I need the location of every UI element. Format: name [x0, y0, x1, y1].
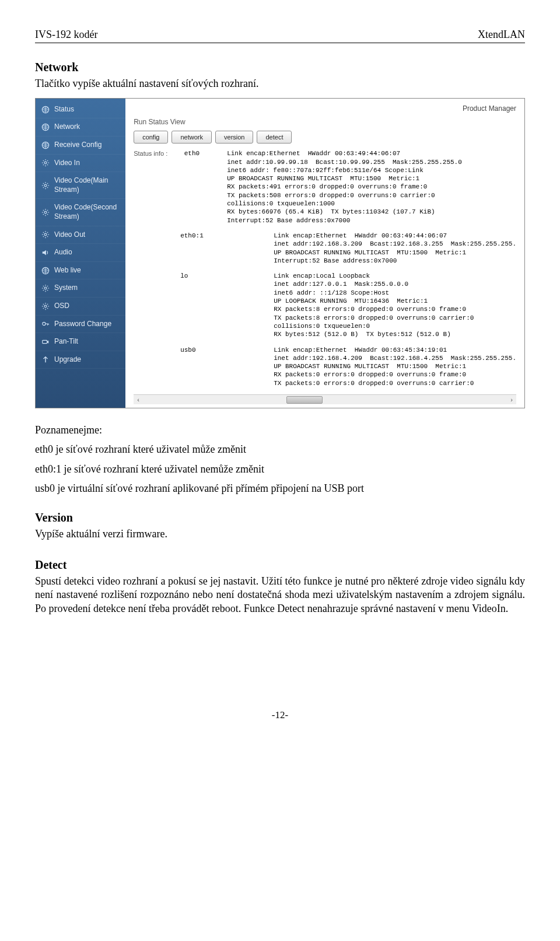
iface-line: UP BROADCAST RUNNING MULTICAST MTU:1500 … — [274, 362, 516, 370]
iface-line: inet addr:192.168.3.209 Bcast:192.168.3.… — [274, 240, 516, 248]
iface-line: collisions:0 txqueuelen:1000 — [227, 200, 516, 208]
gear-icon — [41, 181, 50, 190]
iface-line: inet6 addr: ::1/128 Scope:Host — [274, 289, 516, 297]
sidebar-item-label: Web live — [54, 266, 81, 275]
page-number: -12- — [35, 709, 525, 722]
iface-name: eth0:1 — [134, 232, 274, 265]
section-title-network: Network — [35, 60, 525, 75]
iface-body: Link encap:Ethernet HWaddr 00:63:49:44:0… — [274, 232, 516, 265]
sidebar-item-label: Password Change — [54, 320, 111, 329]
sidebar-item-web-live[interactable]: Web live — [36, 262, 125, 280]
status-info-label: Status info : — [134, 149, 180, 225]
iface-line: inet addr:192.168.4.209 Bcast:192.168.4.… — [274, 354, 516, 362]
version-body: Vypíše aktuální verzi firmware. — [35, 527, 525, 541]
sidebar-item-label: Network — [54, 123, 80, 132]
sidebar-item-upgrade[interactable]: Upgrade — [36, 351, 125, 369]
svg-point-4 — [44, 184, 47, 187]
iface-line: Link encap:Local Loopback — [274, 272, 516, 280]
horizontal-scrollbar[interactable]: ‹ › — [134, 394, 516, 404]
sidebar-item-label: OSD — [54, 302, 69, 311]
sidebar-item-label: Audio — [54, 248, 72, 257]
sidebar-item-password-change[interactable]: Password Change — [36, 316, 125, 334]
section-title-detect: Detect — [35, 557, 525, 572]
iface-line: UP BROADCAST RUNNING MULTICAST MTU:1500 … — [227, 174, 516, 183]
iface-name: usb0 — [134, 346, 274, 387]
main-panel: Product Manager Run Status View config n… — [125, 99, 524, 408]
iface-line: collisions:0 txqueuelen:0 — [274, 322, 516, 330]
scroll-right-icon[interactable]: › — [507, 395, 516, 404]
iface-line: Interrupt:52 Base address:0x7000 — [227, 216, 516, 225]
tab-network[interactable]: network — [172, 131, 212, 144]
speaker-icon — [41, 249, 50, 257]
globe-icon — [41, 267, 50, 275]
gear-icon — [41, 159, 50, 167]
iface-line: Link encap:Ethernet HWaddr 00:63:45:34:1… — [274, 346, 516, 354]
scroll-left-icon[interactable]: ‹ — [134, 395, 143, 404]
sidebar-item-label: Pan-Tilt — [54, 337, 78, 347]
iface-block-eth0: Status info : eth0Link encap:Ethernet HW… — [134, 149, 516, 225]
iface-line: RX packets:8 errors:0 dropped:0 overruns… — [274, 305, 516, 313]
iface-line: UP BROADCAST RUNNING MULTICAST MTU:1500 … — [274, 249, 516, 257]
sidebar: StatusNetworkReceive ConfigVideo InVideo… — [36, 99, 125, 408]
tab-detect[interactable]: detect — [257, 131, 292, 144]
iface-block-lo: loLink encap:Local Loopbackinet addr:127… — [134, 272, 516, 338]
sidebar-item-audio[interactable]: Audio — [36, 244, 125, 262]
sidebar-item-video-out[interactable]: Video Out — [36, 226, 125, 244]
globe-icon — [41, 141, 50, 149]
app-screenshot: StatusNetworkReceive ConfigVideo InVideo… — [35, 98, 525, 408]
sidebar-item-receive-config[interactable]: Receive Config — [36, 137, 125, 155]
globe-icon — [41, 123, 50, 131]
svg-point-3 — [44, 162, 47, 164]
sidebar-item-video-code-main-stream-[interactable]: Video Code(Main Stream) — [36, 172, 125, 199]
iface-body: Link encap:Ethernet HWaddr 00:63:49:44:0… — [227, 149, 516, 225]
iface-line: Link encap:Ethernet HWaddr 00:63:49:44:0… — [274, 232, 516, 240]
sidebar-item-status[interactable]: Status — [36, 101, 125, 119]
sidebar-item-label: Video In — [54, 159, 80, 168]
iface-name: eth0 — [180, 149, 200, 225]
svg-rect-11 — [43, 340, 47, 343]
iface-line: Interrupt:52 Base address:0x7000 — [274, 257, 516, 265]
tab-config[interactable]: config — [134, 131, 168, 144]
iface-line: inet6 addr: fe80::707a:92ff:feb6:511e/64… — [227, 166, 516, 174]
iface-line: inet addr:127.0.0.1 Mask:255.0.0.0 — [274, 280, 516, 288]
section-title-version: Version — [35, 510, 525, 525]
product-manager-link[interactable]: Product Manager — [463, 104, 516, 114]
sidebar-item-label: System — [54, 284, 78, 293]
camera-icon — [41, 338, 50, 346]
tab-version[interactable]: version — [215, 131, 253, 144]
gear-icon — [41, 208, 50, 216]
svg-point-9 — [44, 305, 47, 307]
globe-icon — [41, 106, 50, 114]
iface-block-usb0: usb0Link encap:Ethernet HWaddr 00:63:45:… — [134, 346, 516, 387]
tab-row: config network version detect — [134, 131, 516, 144]
iface-body: Link encap:Local Loopbackinet addr:127.0… — [274, 272, 516, 338]
gear-icon — [41, 284, 50, 292]
sidebar-item-network[interactable]: Network — [36, 118, 125, 137]
sidebar-item-osd[interactable]: OSD — [36, 298, 125, 316]
sidebar-item-video-in[interactable]: Video In — [36, 155, 125, 173]
svg-point-10 — [43, 323, 46, 326]
iface-line: UP LOOPBACK RUNNING MTU:16436 Metric:1 — [274, 297, 516, 305]
header-right: XtendLAN — [478, 28, 525, 41]
sidebar-item-label: Video Out — [54, 230, 85, 240]
network-intro: Tlačítko vypíše aktuální nastavení síťov… — [35, 77, 525, 90]
sidebar-item-label: Video Code(Main Stream) — [54, 176, 120, 194]
note-usb0: usb0 je virtuální síťové rozhraní apliko… — [35, 482, 525, 495]
iface-line: inet addr:10.99.99.18 Bcast:10.99.99.255… — [227, 158, 516, 166]
iface-line: RX bytes:66976 (65.4 KiB) TX bytes:11034… — [227, 208, 516, 216]
svg-point-8 — [44, 287, 47, 289]
detect-body: Spustí detekci video rozhraní a pokusí s… — [35, 575, 525, 615]
run-status-view-title: Run Status View — [134, 118, 516, 127]
scroll-thumb[interactable] — [286, 396, 323, 404]
key-icon — [41, 320, 50, 328]
iface-line: TX packets:508 errors:0 dropped:0 overru… — [227, 191, 516, 200]
sidebar-item-pan-tilt[interactable]: Pan-Tilt — [36, 333, 125, 351]
sidebar-item-label: Status — [54, 105, 74, 114]
iface-block-eth01: eth0:1Link encap:Ethernet HWaddr 00:63:4… — [134, 232, 516, 265]
iface-line: TX packets:8 errors:0 dropped:0 overruns… — [274, 314, 516, 322]
sidebar-item-system[interactable]: System — [36, 279, 125, 298]
iface-name: lo — [134, 272, 274, 338]
iface-line: RX packets:491 errors:0 dropped:0 overru… — [227, 183, 516, 191]
note-lead: Poznamenejme: — [35, 424, 525, 437]
sidebar-item-video-code-second-stream-[interactable]: Video Code(Second Stream) — [36, 199, 125, 226]
